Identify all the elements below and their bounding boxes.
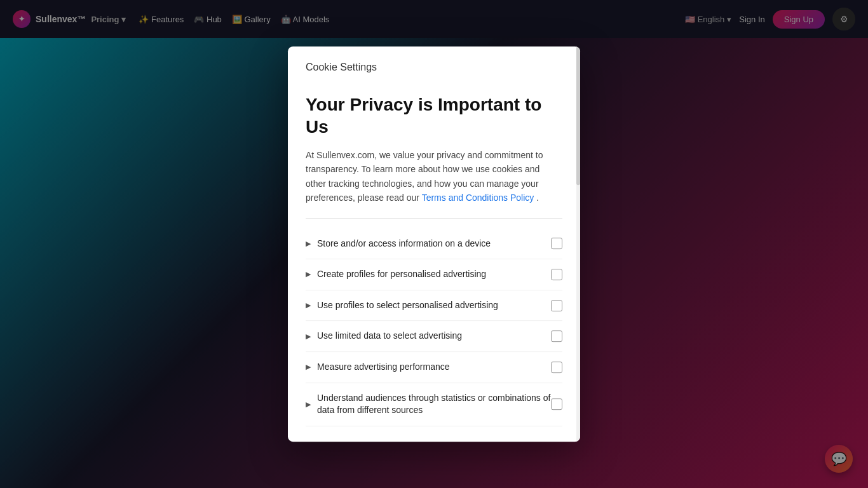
cookie-item[interactable]: ▶ Create profiles for personalised adver… bbox=[306, 259, 562, 290]
cookie-item-label: Use limited data to select advertising bbox=[317, 330, 462, 342]
cookie-item-label: Store and/or access information on a dev… bbox=[317, 238, 491, 250]
cookie-item-label: Measure advertising performance bbox=[317, 361, 450, 374]
privacy-description: At Sullenvex.com, we value your privacy … bbox=[306, 148, 562, 205]
cookie-item-left: ▶ Measure advertising performance bbox=[306, 361, 551, 374]
cookie-item[interactable]: ▶ Measure advertising performance bbox=[306, 352, 562, 383]
modal-header: Cookie Settings bbox=[288, 46, 580, 81]
modal-title: Cookie Settings bbox=[306, 62, 377, 72]
cookie-item-left: ▶ Use limited data to select advertising bbox=[306, 330, 551, 342]
scrollbar-thumb bbox=[576, 46, 580, 185]
modal-wrapper: Cookie Settings Your Privacy is Importan… bbox=[288, 46, 580, 442]
cookie-item[interactable]: ▶ Understand audiences through statistic… bbox=[306, 383, 562, 426]
terms-link[interactable]: Terms and Conditions Policy bbox=[422, 193, 534, 203]
scrollbar-track bbox=[576, 46, 580, 442]
cookie-item-left: ▶ Store and/or access information on a d… bbox=[306, 238, 551, 250]
cookie-item-label: Create profiles for personalised adverti… bbox=[317, 268, 486, 281]
cookie-expand-arrow[interactable]: ▶ bbox=[306, 400, 311, 409]
cookie-settings-modal: Cookie Settings Your Privacy is Importan… bbox=[288, 46, 580, 442]
cookie-item-left: ▶ Understand audiences through statistic… bbox=[306, 392, 551, 417]
modal-body[interactable]: Your Privacy is Important to Us At Sulle… bbox=[288, 81, 580, 442]
cookie-item-left: ▶ Use profiles to select personalised ad… bbox=[306, 299, 551, 312]
cookie-item-left: ▶ Create profiles for personalised adver… bbox=[306, 268, 551, 281]
cookie-expand-arrow[interactable]: ▶ bbox=[306, 240, 311, 248]
cookie-item[interactable]: ▶ Store and/or access information on a d… bbox=[306, 229, 562, 260]
cookie-checkbox-5[interactable] bbox=[551, 398, 562, 410]
cookie-checkbox-4[interactable] bbox=[551, 362, 562, 373]
cookie-checkbox-0[interactable] bbox=[551, 238, 562, 250]
cookie-checkbox-2[interactable] bbox=[551, 300, 562, 311]
cookie-expand-arrow[interactable]: ▶ bbox=[306, 332, 311, 341]
cookie-item[interactable]: ▶ Use limited data to select advertising bbox=[306, 321, 562, 352]
section-divider bbox=[306, 218, 562, 219]
cookie-item-label: Understand audiences through statistics … bbox=[317, 392, 551, 417]
cookie-expand-arrow[interactable]: ▶ bbox=[306, 363, 311, 371]
cookie-item-label: Use profiles to select personalised adve… bbox=[317, 299, 498, 312]
cookie-expand-arrow[interactable]: ▶ bbox=[306, 271, 311, 279]
privacy-heading: Your Privacy is Important to Us bbox=[306, 93, 562, 138]
cookie-checkbox-3[interactable] bbox=[551, 330, 562, 342]
cookie-items-list: ▶ Store and/or access information on a d… bbox=[306, 229, 562, 426]
cookie-item[interactable]: ▶ Use profiles to select personalised ad… bbox=[306, 290, 562, 322]
cookie-expand-arrow[interactable]: ▶ bbox=[306, 301, 311, 309]
cookie-checkbox-1[interactable] bbox=[551, 269, 562, 280]
